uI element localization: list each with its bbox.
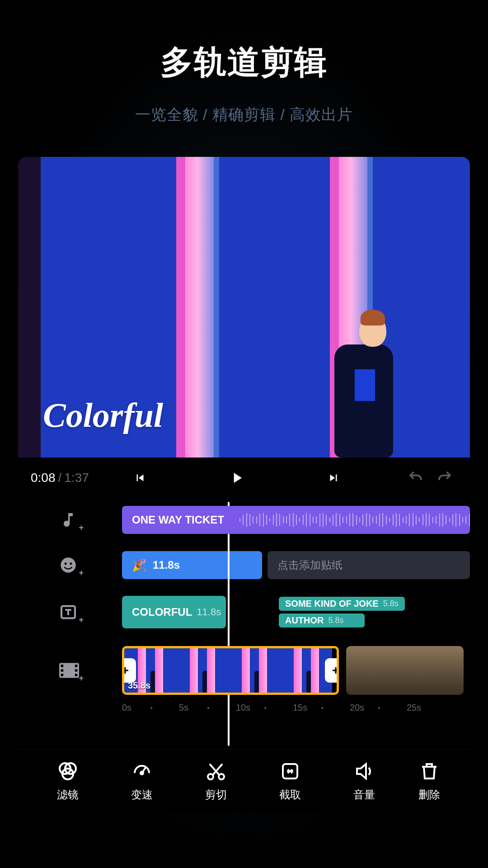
- page-subtitle: 一览全貌 / 精确剪辑 / 高效出片: [135, 104, 353, 125]
- bottom-toolbar: 滤镜 变速 剪切 截取 音量 删除: [18, 749, 470, 812]
- time-separator: /: [58, 471, 62, 485]
- tool-label: 音量: [353, 788, 375, 802]
- editor-frame: Colorful 0:08 / 1:37: [18, 157, 470, 812]
- delete-button[interactable]: 删除: [416, 760, 443, 802]
- playback-controls: 0:08 / 1:37: [18, 458, 470, 498]
- tool-label: 截取: [279, 788, 301, 802]
- sticker-clip-duration: 11.8s: [153, 559, 180, 571]
- text-clip-colorful[interactable]: COLORFUL 11.8s: [122, 596, 226, 628]
- waveform-icon: [239, 512, 470, 528]
- trash-icon: [418, 760, 440, 782]
- add-text-button[interactable]: +: [59, 601, 81, 623]
- add-sticker-button[interactable]: +: [59, 554, 81, 576]
- svg-rect-5: [61, 665, 64, 667]
- svg-rect-10: [75, 674, 78, 676]
- ruler-tick: 25s: [407, 703, 464, 713]
- add-video-button[interactable]: +: [59, 660, 81, 681]
- tool-label: 变速: [131, 788, 153, 802]
- speed-icon: [131, 760, 153, 782]
- video-track: + 35.8s: [18, 641, 470, 700]
- text-clip-label: COLORFUL: [132, 606, 192, 618]
- text-track: + COLORFUL 11.8s SOME KIND OF JOKE 5.8s: [18, 592, 470, 632]
- music-clip[interactable]: ONE WAY TICKET: [122, 506, 470, 534]
- total-time: 1:37: [64, 471, 89, 485]
- cut-button[interactable]: 剪切: [193, 760, 239, 802]
- smiley-icon: [59, 556, 77, 574]
- ruler-tick: 10s: [236, 703, 293, 713]
- volume-button[interactable]: 音量: [342, 760, 387, 802]
- plus-icon: +: [79, 568, 84, 578]
- ruler-tick: 15s: [293, 703, 350, 713]
- overlay-text: Colorful: [43, 396, 163, 435]
- svg-point-15: [208, 774, 213, 779]
- timeline[interactable]: + ONE WAY TICKET +: [18, 498, 470, 749]
- scissors-icon: [205, 760, 227, 782]
- crop-button[interactable]: 截取: [267, 760, 313, 802]
- sticker-empty-hint[interactable]: 点击添加贴纸: [267, 551, 470, 579]
- svg-point-16: [219, 774, 224, 779]
- skip-next-button[interactable]: [318, 466, 349, 490]
- text-clip-label: SOME KIND OF JOKE: [285, 599, 379, 609]
- redo-button[interactable]: [432, 467, 457, 490]
- plus-icon: +: [79, 674, 84, 683]
- music-icon: [59, 511, 77, 529]
- text-clip-duration: 11.8s: [197, 606, 221, 618]
- party-emoji-icon: 🎉: [132, 558, 146, 572]
- text-icon: [59, 603, 77, 621]
- plus-icon: [122, 665, 131, 676]
- volume-icon: [353, 760, 375, 782]
- tool-label: 删除: [418, 788, 440, 802]
- crop-icon: [279, 760, 301, 782]
- music-track: + ONE WAY TICKET: [18, 502, 470, 538]
- undo-button[interactable]: [403, 467, 428, 490]
- text-clip-duration: 5.8s: [328, 616, 344, 625]
- svg-rect-7: [61, 674, 64, 676]
- sticker-clip[interactable]: 🎉 11.8s: [122, 551, 262, 579]
- video-clip-selected[interactable]: 35.8s: [122, 646, 339, 695]
- ruler-tick: 0s: [122, 703, 179, 713]
- text-clip-label: AUTHOR: [285, 615, 324, 626]
- film-icon: [59, 662, 79, 679]
- plus-icon: +: [79, 615, 84, 625]
- add-music-button[interactable]: +: [59, 509, 81, 531]
- ruler-tick: 20s: [350, 703, 407, 713]
- play-button[interactable]: [219, 464, 254, 492]
- add-clip-before-button[interactable]: [122, 658, 136, 683]
- ruler-tick: 5s: [179, 703, 236, 713]
- tool-label: 剪切: [205, 788, 227, 802]
- plus-icon: [330, 665, 339, 676]
- text-clip-author[interactable]: AUTHOR 5.8s: [279, 613, 365, 627]
- skip-next-icon: [327, 471, 340, 485]
- redo-icon: [435, 469, 455, 486]
- video-preview[interactable]: Colorful: [18, 157, 470, 458]
- text-clip-duration: 5.8s: [383, 599, 399, 609]
- filter-button[interactable]: 滤镜: [45, 760, 90, 802]
- svg-point-1: [65, 562, 67, 565]
- tool-label: 滤镜: [57, 788, 79, 802]
- play-icon: [228, 469, 245, 486]
- add-clip-after-button[interactable]: [325, 658, 339, 683]
- sticker-track: + 🎉 11.8s 点击添加贴纸: [18, 547, 470, 583]
- speed-button[interactable]: 变速: [119, 760, 164, 802]
- text-clip-joke[interactable]: SOME KIND OF JOKE 5.8s: [279, 597, 405, 611]
- svg-point-0: [61, 557, 75, 572]
- skip-previous-icon: [133, 471, 147, 485]
- skip-previous-button[interactable]: [124, 466, 156, 490]
- time-ruler: 0s 5s 10s 15s 20s 25s: [18, 703, 470, 718]
- svg-rect-6: [61, 669, 64, 672]
- current-time: 0:08: [31, 471, 56, 485]
- svg-rect-9: [75, 669, 78, 672]
- svg-point-14: [141, 772, 143, 774]
- svg-point-2: [70, 562, 72, 565]
- plus-icon: +: [79, 523, 84, 533]
- video-clip[interactable]: [346, 646, 464, 695]
- music-clip-label: ONE WAY TICKET: [132, 514, 224, 526]
- undo-icon: [406, 469, 426, 486]
- filter-icon: [57, 760, 79, 782]
- svg-rect-8: [75, 665, 78, 667]
- page-title: 多轨道剪辑: [160, 41, 328, 84]
